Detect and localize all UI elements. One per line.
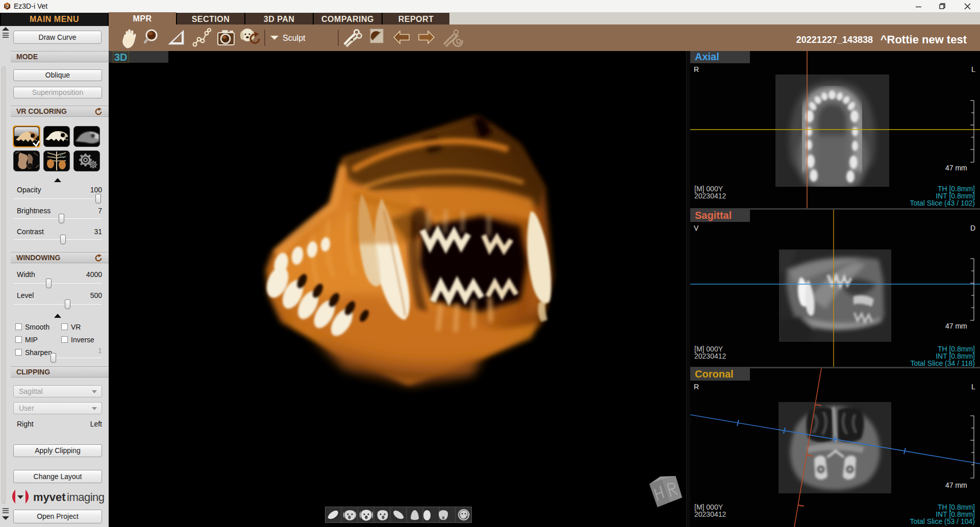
svg-text:20221227_143838: 20221227_143838 — [796, 35, 873, 45]
svg-text:Sculpt: Sculpt — [283, 34, 306, 42]
svg-text:^Rottie new test: ^Rottie new test — [881, 33, 967, 46]
svg-text:imaging: imaging — [67, 491, 105, 504]
svg-text:myvet: myvet — [33, 491, 66, 504]
